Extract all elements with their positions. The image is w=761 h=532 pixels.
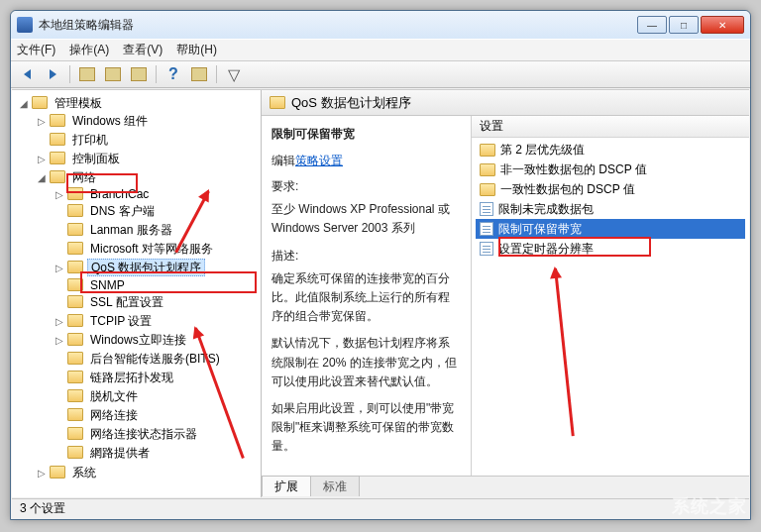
- toolbar: ? ▽: [11, 60, 750, 88]
- tree-node-offline[interactable]: 脱机文件: [54, 387, 259, 406]
- folder-icon: [50, 114, 65, 127]
- separator: [69, 65, 70, 83]
- tree-node-lltd[interactable]: 链路层拓扑发现: [54, 369, 259, 387]
- tab-extended[interactable]: 扩展: [262, 476, 311, 496]
- help-icon: ?: [168, 65, 178, 83]
- tree-node-lanman[interactable]: Lanman 服务器: [54, 221, 259, 240]
- right-header: QoS 数据包计划程序: [262, 90, 749, 116]
- tree-node-printer[interactable]: 打印机: [36, 131, 259, 150]
- folder-icon: [67, 242, 83, 255]
- right-tabs: 扩展 标准: [262, 476, 749, 497]
- setting-dscp-nonconform[interactable]: 非一致性数据包的 DSCP 值: [476, 160, 745, 179]
- folder-icon: [480, 183, 495, 196]
- properties-button[interactable]: [187, 63, 211, 85]
- req-text: 至少 Windows XP Professional 或 Windows Ser…: [272, 200, 461, 238]
- folder-icon: [67, 261, 83, 273]
- nav-forward-button[interactable]: [41, 63, 64, 85]
- folder-icon: [67, 371, 83, 383]
- desc-p1: 确定系统可保留的连接带宽的百分比。此值限制系统上运行的所有程序的组合带宽保留。: [272, 269, 461, 327]
- menu-help[interactable]: 帮助(H): [176, 42, 217, 58]
- window-controls: — □ ✕: [637, 16, 744, 34]
- statusbar: 3 个设置: [12, 498, 749, 518]
- tree-node-branchcache[interactable]: ▷BranchCac: [54, 186, 259, 202]
- tree-node-admin-templates[interactable]: ◢管理模板 ▷Windows 组件 打印机 ▷控制面板 ◢网络 ▷BranchC…: [18, 94, 259, 483]
- properties-icon: [191, 67, 207, 81]
- folder-icon: [50, 152, 65, 164]
- folder-up-icon: [79, 67, 95, 81]
- tree-node-netlogon[interactable]: 網路提供者: [54, 444, 259, 463]
- folder-icon: [67, 314, 83, 327]
- arrow-left-icon: [24, 69, 31, 79]
- close-button[interactable]: ✕: [701, 16, 744, 34]
- folder-icon: [67, 446, 83, 459]
- tree-node-dns[interactable]: DNS 客户端: [54, 202, 259, 221]
- setting-outstanding-packets[interactable]: 限制未完成数据包: [476, 199, 745, 219]
- tree-node-network[interactable]: ◢网络 ▷BranchCac DNS 客户端 Lanman 服务器 Micros…: [36, 168, 259, 464]
- folder-icon: [480, 144, 495, 157]
- tree-pane[interactable]: ◢管理模板 ▷Windows 组件 打印机 ▷控制面板 ◢网络 ▷BranchC…: [12, 90, 262, 497]
- desc-p3: 如果启用此设置，则可以使用"带宽限制"框来调整系统可保留的带宽数量。: [272, 399, 461, 457]
- policy-icon: [480, 242, 493, 256]
- right-body: 限制可保留带宽 编辑策略设置 要求: 至少 Windows XP Profess…: [262, 116, 749, 476]
- tree-node-netstatus[interactable]: 网络连接状态指示器: [54, 425, 259, 444]
- folder-icon: [67, 333, 83, 346]
- tree-node-snmp[interactable]: SNMP: [54, 277, 259, 293]
- separator: [216, 65, 217, 83]
- tree-node-control-panel[interactable]: ▷控制面板: [36, 150, 259, 168]
- nav-back-button[interactable]: [15, 63, 39, 85]
- desc-label: 描述:: [272, 247, 461, 266]
- folder-icon: [67, 223, 83, 236]
- tree-node-system[interactable]: ▷系统: [36, 464, 259, 482]
- tree-node-ssl[interactable]: SSL 配置设置: [54, 293, 259, 312]
- tree-node-bits[interactable]: 后台智能传送服务(BITS): [54, 350, 259, 369]
- menu-action[interactable]: 操作(A): [69, 42, 109, 58]
- folder-icon: [67, 295, 83, 308]
- setting-limit-bandwidth[interactable]: 限制可保留带宽: [476, 219, 745, 239]
- folder-icon: [50, 170, 65, 183]
- folder-icon: [67, 278, 83, 291]
- tree-node-winconn[interactable]: ▷Windows立即连接: [54, 331, 259, 350]
- filter-button[interactable]: ▽: [222, 63, 246, 85]
- setting-timer-resolution[interactable]: 设置定时器分辨率: [476, 239, 745, 259]
- folder-icon: [50, 133, 65, 146]
- panel-icon: [105, 67, 121, 81]
- menu-view[interactable]: 查看(V): [123, 42, 163, 58]
- right-header-title: QoS 数据包计划程序: [291, 94, 411, 112]
- folder-icon: [67, 352, 83, 365]
- desc-p2: 默认情况下，数据包计划程序将系统限制在 20% 的连接带宽之内，但可以使用此设置…: [272, 334, 461, 391]
- folder-icon: [32, 96, 48, 109]
- gpedit-window: 本地组策略编辑器 — □ ✕ 文件(F) 操作(A) 查看(V) 帮助(H) ?…: [10, 10, 751, 520]
- list-icon: [131, 67, 147, 81]
- folder-icon: [67, 408, 83, 421]
- policy-settings-link[interactable]: 策略设置: [295, 154, 343, 167]
- arrow-right-icon: [50, 69, 56, 79]
- folder-icon: [67, 187, 83, 200]
- folder-icon: [67, 204, 83, 217]
- export-list-button[interactable]: [127, 63, 151, 85]
- tree-node-netconn[interactable]: 网络连接: [54, 406, 259, 425]
- show-hide-tree-button[interactable]: [101, 63, 125, 85]
- content-area: ◢管理模板 ▷Windows 组件 打印机 ▷控制面板 ◢网络 ▷BranchC…: [12, 89, 749, 497]
- help-button[interactable]: ?: [162, 63, 185, 85]
- policy-icon: [480, 222, 493, 236]
- up-level-button[interactable]: [75, 63, 99, 85]
- tree-node-msp2p[interactable]: Microsoft 对等网络服务: [54, 240, 259, 259]
- maximize-button[interactable]: □: [669, 16, 699, 34]
- settings-list[interactable]: 第 2 层优先级值 非一致性数据包的 DSCP 值 一致性数据包的 DSCP 值…: [472, 138, 749, 476]
- setting-dscp-conform[interactable]: 一致性数据包的 DSCP 值: [476, 179, 745, 199]
- tab-standard[interactable]: 标准: [310, 476, 360, 496]
- minimize-button[interactable]: —: [637, 16, 667, 34]
- tree-node-tcpip[interactable]: ▷TCPIP 设置: [54, 312, 259, 331]
- settings-header[interactable]: 设置: [472, 116, 749, 138]
- menu-file[interactable]: 文件(F): [17, 42, 55, 58]
- tree-node-windows-components[interactable]: ▷Windows 组件: [36, 112, 259, 131]
- req-label: 要求:: [272, 177, 461, 196]
- funnel-icon: ▽: [228, 65, 240, 84]
- setting-layer2[interactable]: 第 2 层优先级值: [476, 140, 745, 160]
- titlebar[interactable]: 本地组策略编辑器 — □ ✕: [11, 11, 750, 39]
- app-icon: [17, 17, 33, 33]
- edit-policy-row: 编辑策略设置: [272, 153, 461, 169]
- tree-node-qos[interactable]: ▷QoS 数据包计划程序: [54, 259, 259, 277]
- status-text: 3 个设置: [20, 500, 65, 517]
- right-pane: QoS 数据包计划程序 限制可保留带宽 编辑策略设置 要求: 至少 Window…: [262, 90, 749, 497]
